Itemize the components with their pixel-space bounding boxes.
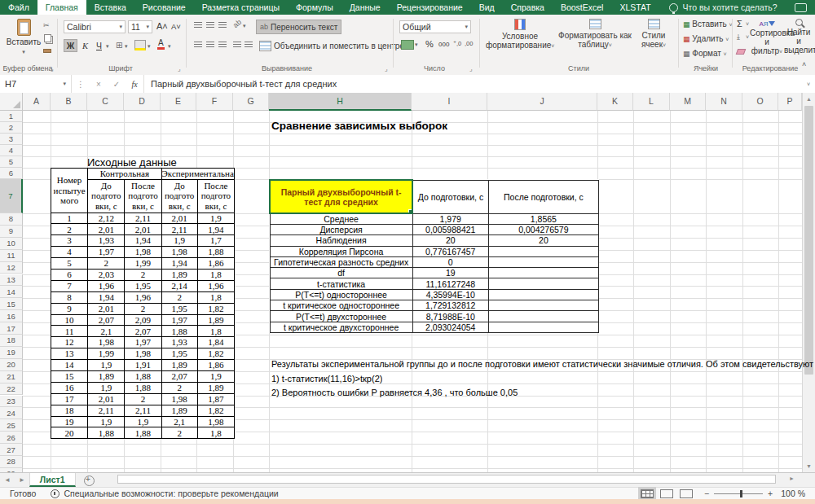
align-top-icon[interactable] bbox=[194, 22, 202, 28]
ttest-table-cell[interactable]: Гипотетическая разность средних bbox=[270, 256, 412, 267]
source-table-cell[interactable]: 2,1 bbox=[88, 326, 125, 337]
column-header-G[interactable]: G bbox=[233, 93, 269, 111]
row-header-5[interactable]: 5 bbox=[0, 156, 23, 168]
font-color-dropdown-arrow[interactable]: ▾ bbox=[168, 43, 171, 50]
source-table-cell[interactable]: 1,98 bbox=[161, 393, 197, 405]
ribbon-tab-BoostExcel[interactable]: BoostExcel bbox=[553, 0, 612, 15]
column-header-A[interactable]: A bbox=[23, 93, 51, 111]
conclusion-line-1[interactable]: Результаты экспериментальной группы до и… bbox=[271, 358, 815, 370]
source-table-cell[interactable]: 1,94 bbox=[88, 291, 125, 303]
ttest-table-cell[interactable]: 0 bbox=[412, 256, 488, 267]
source-table-cell[interactable]: 2,11 bbox=[161, 224, 197, 235]
row-header-12[interactable]: 12 bbox=[0, 262, 23, 274]
source-table-cell[interactable]: 1,88 bbox=[197, 247, 234, 258]
row-header-11[interactable]: 11 bbox=[0, 250, 23, 262]
ribbon-tab-Вставка[interactable]: Вставка bbox=[86, 0, 134, 15]
name-box-dropdown-arrow[interactable]: ▾ bbox=[63, 81, 66, 87]
source-table-cell[interactable]: 1,91 bbox=[125, 360, 161, 371]
ttest-header-after[interactable]: После подготовки, с bbox=[488, 180, 598, 213]
source-table-cell[interactable]: 2,01 bbox=[88, 224, 125, 235]
comment-icon[interactable] bbox=[795, 3, 807, 12]
column-header-C[interactable]: C bbox=[87, 93, 124, 111]
source-header-control-after[interactable]: После подгото вки, с bbox=[125, 179, 161, 213]
column-header-F[interactable]: F bbox=[196, 93, 233, 111]
source-table-cell[interactable]: 1,88 bbox=[88, 427, 125, 439]
underline-button[interactable]: Ч bbox=[92, 39, 106, 52]
source-table-cell[interactable]: 2 bbox=[125, 393, 161, 405]
column-header-D[interactable]: D bbox=[124, 93, 161, 111]
source-table-cell[interactable]: 1,7 bbox=[197, 235, 234, 247]
row-header-14[interactable]: 14 bbox=[0, 286, 23, 298]
source-table-cell[interactable]: 2,01 bbox=[88, 303, 125, 314]
ttest-table-cell[interactable]: t критическое одностороннее bbox=[270, 300, 412, 311]
source-table-cell[interactable]: 2 bbox=[161, 427, 197, 439]
sheet-tab-list1[interactable]: Лист1 bbox=[29, 473, 76, 487]
row-header-2[interactable]: 2 bbox=[0, 122, 23, 134]
source-table-cell[interactable]: 7 bbox=[51, 280, 88, 291]
orientation-icon[interactable]: ab bbox=[231, 18, 243, 29]
select-all-corner[interactable] bbox=[0, 93, 23, 111]
ttest-table-cell[interactable]: df bbox=[270, 268, 412, 278]
source-table-cell[interactable]: 1,94 bbox=[197, 224, 234, 235]
source-table-cell[interactable]: 9 bbox=[51, 303, 88, 314]
vertical-scrollbar[interactable]: ▲ ▼ bbox=[802, 93, 815, 472]
increase-font-icon[interactable]: A˄ bbox=[156, 21, 168, 31]
borders-icon[interactable]: ⊞ bbox=[116, 41, 122, 50]
ribbon-tab-Вид[interactable]: Вид bbox=[471, 0, 503, 15]
row-header-22[interactable]: 22 bbox=[0, 383, 23, 396]
accessibility-text[interactable]: Специальные возможности: проверьте реком… bbox=[64, 489, 278, 498]
row-header-19[interactable]: 19 bbox=[0, 347, 23, 359]
normal-view-button[interactable] bbox=[641, 489, 654, 498]
row-header-28[interactable]: 28 bbox=[0, 456, 23, 468]
font-dialog-launcher[interactable]: ⌟ bbox=[178, 65, 181, 72]
decrease-font-icon[interactable]: A˅ bbox=[171, 22, 181, 31]
ttest-table-cell[interactable] bbox=[488, 268, 598, 278]
clear-icon[interactable] bbox=[736, 49, 747, 55]
row-header-9[interactable]: 9 bbox=[0, 226, 23, 238]
ttest-table-cell[interactable]: P(T<=t) двухстороннее bbox=[270, 311, 412, 322]
row-header-20[interactable]: 20 bbox=[0, 359, 23, 371]
fill-color-dropdown-arrow[interactable]: ▾ bbox=[148, 43, 151, 50]
source-table-cell[interactable]: 2 bbox=[88, 258, 125, 270]
source-table-cell[interactable]: 1,86 bbox=[197, 360, 234, 371]
ttest-table-cell[interactable]: 2,093024054 bbox=[412, 322, 488, 332]
source-table-cell[interactable]: 1,94 bbox=[161, 258, 197, 270]
ttest-table-cell[interactable]: P(T<=t) одностороннее bbox=[270, 289, 412, 300]
conditional-formatting-button[interactable]: Условное форматирование˅ bbox=[486, 19, 554, 50]
scroll-down-icon[interactable]: ▼ bbox=[804, 463, 813, 469]
font-name-combo[interactable]: Calibri▾ bbox=[64, 20, 126, 33]
ttest-table-cell[interactable] bbox=[488, 246, 598, 256]
find-select-button[interactable]: Найти и выделить˅ bbox=[784, 19, 813, 55]
ttest-table-cell[interactable] bbox=[488, 289, 598, 300]
expand-formula-bar-icon[interactable]: ˅ bbox=[802, 81, 815, 87]
sort-filter-button[interactable]: АЯ Сортировка и фильтр˅ bbox=[750, 19, 784, 56]
copy-icon[interactable] bbox=[44, 34, 51, 42]
source-table-cell[interactable]: 1,9 bbox=[88, 416, 125, 427]
main-title[interactable]: Сравнение зависимых выборок bbox=[271, 120, 447, 132]
underline-dropdown-arrow[interactable]: ▾ bbox=[106, 43, 109, 50]
column-header-J[interactable]: J bbox=[487, 93, 597, 111]
fill-icon[interactable]: ⤓ bbox=[737, 33, 740, 42]
ttest-table-cell[interactable] bbox=[488, 278, 598, 289]
ribbon-tab-Главная[interactable]: Главная bbox=[37, 0, 86, 15]
source-table-cell[interactable]: 2,01 bbox=[161, 213, 197, 224]
ttest-table-cell[interactable]: 0,005988421 bbox=[412, 225, 488, 235]
source-table-cell[interactable]: 1,99 bbox=[125, 258, 161, 270]
paste-dropdown-arrow[interactable]: ▾ bbox=[22, 49, 25, 55]
accounting-dropdown-arrow[interactable]: ▾ bbox=[415, 42, 418, 48]
ttest-table-cell[interactable] bbox=[488, 311, 598, 322]
conclusion-line-2[interactable]: 1) t-статистик(11,16)>tкр(2) bbox=[271, 373, 382, 385]
ttest-table-cell[interactable] bbox=[488, 256, 598, 267]
alignment-dialog-launcher[interactable]: ⌟ bbox=[385, 65, 388, 72]
vertical-scrollbar-thumb[interactable] bbox=[804, 106, 813, 375]
source-table-cell[interactable]: 1,89 bbox=[161, 269, 197, 280]
row-header-15[interactable]: 15 bbox=[0, 298, 23, 310]
ribbon-tab-Справка[interactable]: Справка bbox=[503, 0, 553, 15]
ribbon-tab-Формулы[interactable]: Формулы bbox=[288, 0, 341, 15]
accounting-format-icon[interactable] bbox=[401, 40, 414, 50]
row-header-26[interactable]: 26 bbox=[0, 432, 23, 444]
ribbon-tab-Файл[interactable]: Файл bbox=[0, 0, 37, 15]
sheet-prev-icon[interactable]: ◄ bbox=[0, 473, 15, 487]
source-table-cell[interactable]: 2 bbox=[125, 269, 161, 280]
source-table-cell[interactable]: 1,93 bbox=[161, 337, 197, 348]
